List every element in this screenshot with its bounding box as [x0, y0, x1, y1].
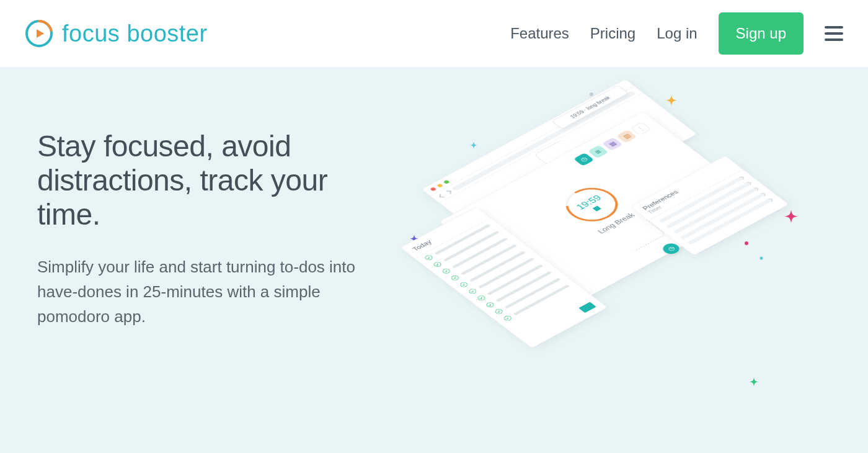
list-item — [432, 230, 500, 267]
list-item — [485, 270, 553, 308]
check-icon — [459, 281, 469, 288]
check-icon — [502, 315, 513, 321]
list-item — [467, 257, 536, 295]
list-icon: ≣ — [588, 145, 609, 159]
nav-pricing[interactable]: Pricing — [590, 25, 636, 42]
hero-illustration: 19:59 · long break ◷ ≣ ▦ ▥ ⋮ — [397, 110, 843, 433]
check-icon — [476, 295, 487, 302]
play-ring-icon — [25, 19, 53, 48]
sparkle-icon — [747, 377, 761, 391]
app-toolbar-chips: ◷ ≣ ▦ ▥ ⋮ — [574, 122, 652, 166]
list-item — [423, 223, 492, 261]
minimize-icon — [436, 183, 443, 187]
hero-copy: Stay focused, avoid distractions, track … — [37, 129, 384, 453]
more-icon: ⋮ — [631, 122, 652, 135]
dot-icon — [589, 92, 594, 97]
chevron-left-icon — [439, 194, 445, 198]
svg-point-2 — [590, 92, 593, 96]
illustration-today-panel: Today — [400, 207, 608, 349]
brand-name: focus booster — [62, 20, 208, 47]
check-icon — [432, 261, 443, 268]
zoom-icon — [443, 179, 450, 184]
svg-point-3 — [745, 241, 748, 245]
check-icon — [467, 288, 478, 295]
dot-icon — [744, 241, 749, 246]
svg-marker-1 — [37, 29, 44, 38]
pref-row — [688, 198, 773, 245]
chevron-right-icon — [446, 191, 451, 194]
check-icon — [494, 308, 504, 315]
hero-headline: Stay focused, avoid distractions, track … — [37, 129, 384, 232]
connector-line — [534, 139, 587, 173]
signup-button[interactable]: Sign up — [719, 12, 804, 55]
clock-badge-icon: ◷ — [660, 241, 683, 256]
tag-chip — [578, 302, 596, 313]
stop-icon — [592, 205, 601, 211]
check-icon — [423, 254, 434, 261]
dot-icon — [760, 256, 763, 260]
timer-value: 19:59 — [574, 194, 604, 212]
illustration-app-window: ◷ ≣ ▦ ▥ ⋮ 19:59 Long Break — [439, 111, 763, 313]
chart-icon: ▥ — [616, 130, 637, 143]
browser-url-bar — [431, 86, 643, 203]
illustration-browser-window: 19:59 · long break — [422, 79, 698, 244]
pref-row — [658, 176, 744, 223]
nav-features[interactable]: Features — [510, 25, 569, 42]
close-icon — [430, 187, 436, 191]
nav-login[interactable]: Log in — [657, 25, 697, 42]
pomodoro-timer-ring: 19:59 — [552, 179, 631, 230]
pref-row — [673, 187, 759, 234]
window-traffic-lights — [422, 79, 634, 196]
check-icon — [485, 302, 495, 308]
connector-line — [613, 219, 666, 253]
illustration-preferences-panel: Preferences Timer — [630, 156, 789, 256]
hamburger-menu-icon[interactable] — [825, 26, 843, 41]
mini-timer-pill: 19:59 · long break — [552, 85, 629, 129]
pref-row — [680, 192, 766, 240]
sparkle-icon — [663, 95, 680, 111]
list-item — [476, 263, 544, 301]
sparkle-icon — [468, 141, 479, 153]
hero-subhead: Simplify your life and start turning to-… — [37, 254, 384, 330]
primary-nav: Features Pricing Log in Sign up — [510, 12, 843, 55]
prefs-heading: Preferences — [631, 156, 735, 214]
list-item — [450, 243, 518, 281]
clock-icon: ◷ — [574, 153, 595, 166]
svg-point-5 — [557, 182, 627, 226]
hero-section: Stay focused, avoid distractions, track … — [0, 67, 868, 453]
today-heading: Today — [401, 207, 490, 259]
svg-point-4 — [760, 257, 763, 260]
list-item — [459, 250, 527, 288]
check-icon — [450, 274, 461, 281]
timer-mode-label: Long Break — [591, 209, 640, 237]
site-header: focus booster Features Pricing Log in Si… — [0, 0, 868, 67]
sparkle-icon — [781, 210, 801, 230]
svg-point-6 — [557, 182, 627, 226]
check-icon — [441, 268, 451, 275]
list-item — [494, 277, 562, 315]
brand-logo[interactable]: focus booster — [25, 19, 208, 48]
pref-row — [666, 181, 751, 228]
list-item — [502, 284, 570, 321]
prefs-subheading: Timer — [641, 164, 743, 221]
list-item — [441, 236, 509, 274]
calendar-icon: ▦ — [602, 137, 623, 151]
sparkle-icon — [408, 235, 420, 247]
